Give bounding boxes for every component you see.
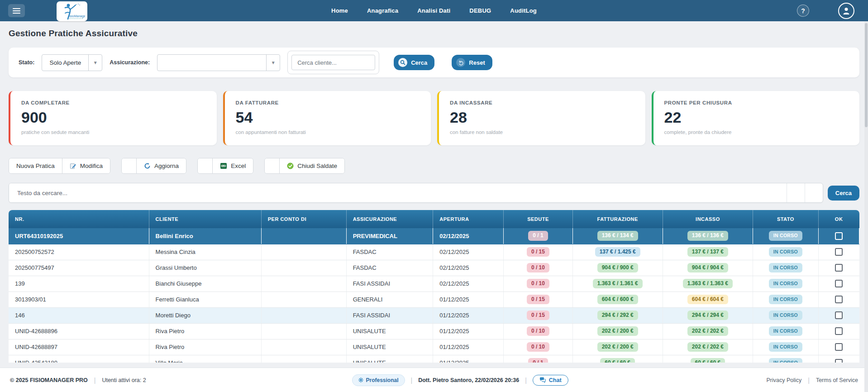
- column-header-nr[interactable]: NR.: [9, 210, 149, 228]
- sedute-badge: 0 / 15: [527, 295, 549, 305]
- row-checkbox[interactable]: [835, 296, 843, 303]
- table-row[interactable]: URT64310192025Bellini EnricoPREVIMEDICAL…: [9, 228, 859, 244]
- sedute-cell: 0 / 10: [504, 276, 572, 292]
- assicurazione-select[interactable]: ▼: [157, 54, 280, 71]
- column-header-incasso[interactable]: INCASSO: [663, 210, 753, 228]
- row-checkbox[interactable]: [835, 248, 843, 256]
- filter-cerca-button[interactable]: Cerca: [394, 55, 434, 70]
- privacy-policy-link[interactable]: Privacy Policy: [766, 377, 801, 383]
- nuova-pratica-button[interactable]: Nuova Pratica: [9, 158, 62, 173]
- column-header-cliente[interactable]: CLIENTE: [149, 210, 261, 228]
- gear-icon: [358, 378, 363, 382]
- stat-label: DA INCASSARE: [450, 100, 634, 105]
- search-box-segment: [787, 183, 805, 202]
- ok-cell: [818, 355, 859, 363]
- per-conto-di-cell: [261, 292, 346, 307]
- sedute-cell: 0 / 10: [504, 339, 572, 355]
- search-icon: [398, 58, 407, 67]
- table-row[interactable]: UNID-42688897Riva PietroUNISALUTE01/12/2…: [9, 339, 859, 355]
- menu-icon[interactable]: [8, 4, 25, 17]
- stato-select-value: Solo Aperte: [42, 55, 88, 71]
- incasso-cell: 137 € / 137 €: [663, 244, 753, 260]
- refresh-icon: [144, 163, 151, 169]
- ok-cell: [818, 244, 859, 260]
- table-row[interactable]: 3013903/01Ferretti GianlucaGENERALI01/12…: [9, 292, 859, 307]
- aggiorna-button[interactable]: Aggiorna: [136, 158, 186, 173]
- user-avatar-icon[interactable]: [838, 3, 854, 19]
- assicurazione-select-value: [157, 55, 266, 71]
- assicurazione-label: Assicurazione:: [110, 59, 150, 66]
- cliente-cell: Villa Maria: [149, 355, 261, 363]
- app-logo[interactable]: isioManager™: [57, 1, 87, 21]
- fisiomanager-logo-icon: isioManager™: [59, 2, 85, 20]
- nav-item-home[interactable]: Home: [331, 7, 348, 14]
- row-checkbox[interactable]: [835, 232, 843, 240]
- modifica-button[interactable]: Modifica: [62, 158, 110, 173]
- assicurazione-cell: UNISALUTE: [346, 339, 433, 355]
- column-header-assicurazione[interactable]: ASSICURAZIONE: [346, 210, 433, 228]
- excel-button-group: XLSX Excel: [197, 158, 253, 174]
- table-row[interactable]: 146Moretti DiegoFASI ASSIDAI01/12/20250 …: [9, 307, 859, 323]
- chat-button[interactable]: Chat: [533, 375, 568, 386]
- sedute-cell: 0 / 10: [504, 323, 572, 339]
- fatturazione-cell: 294 € / 292 €: [572, 307, 663, 323]
- fatturazione-cell: 1.363 € / 1.361 €: [572, 276, 663, 292]
- per-conto-di-cell: [261, 307, 346, 323]
- stato-badge: IN CORSO: [769, 263, 802, 273]
- row-checkbox[interactable]: [835, 327, 843, 335]
- pratiche-table: NR.CLIENTEPER CONTO DIASSICURAZIONEAPERT…: [9, 210, 859, 363]
- column-header-per-conto-di[interactable]: PER CONTO DI: [261, 210, 346, 228]
- svg-text:XLSX: XLSX: [222, 165, 226, 167]
- sedute-cell: 0 / 15: [504, 307, 572, 323]
- nuova-pratica-label: Nuova Pratica: [16, 163, 55, 169]
- table-row[interactable]: 202500752572Messina CinziaFASDAC02/12/20…: [9, 244, 859, 260]
- chiudi-saldate-button[interactable]: Chiudi Saldate: [279, 158, 344, 173]
- sedute-cell: 0 / 15: [504, 244, 572, 260]
- nav-item-anagrafica[interactable]: Anagrafica: [367, 7, 398, 14]
- row-checkbox[interactable]: [835, 359, 843, 363]
- filter-bar: Stato: Solo Aperte ▼ Assicurazione: ▼ Ce…: [9, 48, 859, 77]
- scrollbar-thumb[interactable]: [865, 23, 868, 127]
- row-checkbox[interactable]: [835, 264, 843, 272]
- client-search-input[interactable]: [291, 55, 375, 70]
- stato-select[interactable]: Solo Aperte ▼: [42, 54, 102, 71]
- table-row[interactable]: 139Bianchi GiuseppeFASI ASSIDAI02/12/202…: [9, 276, 859, 292]
- stat-desc: complete, pronte da chiudere: [664, 129, 849, 135]
- incasso-badge: 202 € / 202 €: [687, 342, 728, 352]
- row-checkbox[interactable]: [835, 343, 843, 351]
- excel-button[interactable]: XLSX Excel: [212, 158, 253, 173]
- stato-badge: IN CORSO: [769, 295, 802, 305]
- incasso-cell: 604 € / 604 €: [663, 292, 753, 307]
- incasso-badge: 136 € / 136 €: [687, 231, 728, 241]
- column-header-apertura[interactable]: APERTURA: [433, 210, 504, 228]
- row-checkbox[interactable]: [835, 311, 843, 319]
- table-cerca-button[interactable]: Cerca: [828, 186, 859, 201]
- fatturazione-cell: 136 € / 134 €: [572, 228, 663, 244]
- table-row[interactable]: UNID-42543180Villa MariaUNISALUTE01/12/2…: [9, 355, 859, 363]
- column-header-stato[interactable]: STATO: [753, 210, 819, 228]
- ok-cell: [818, 339, 859, 355]
- apertura-cell: 02/12/2025: [433, 244, 504, 260]
- nav-item-auditlog[interactable]: AuditLog: [510, 7, 537, 14]
- table-search-input[interactable]: [9, 183, 787, 202]
- filter-reset-button[interactable]: Reset: [452, 55, 492, 70]
- page-scrollbar[interactable]: [864, 21, 868, 392]
- assicurazione-cell: UNISALUTE: [346, 323, 433, 339]
- fatturazione-cell: 904 € / 900 €: [572, 260, 663, 276]
- incasso-cell: 904 € / 904 €: [663, 260, 753, 276]
- column-header-sedute[interactable]: SEDUTE: [504, 210, 572, 228]
- nav-item-analisi-dati[interactable]: Analisi Dati: [417, 7, 450, 14]
- fatturazione-badge: 1.363 € / 1.361 €: [593, 279, 643, 289]
- table-row[interactable]: 202500775497Grassi UmbertoFASDAC02/12/20…: [9, 260, 859, 276]
- row-checkbox[interactable]: [835, 280, 843, 287]
- cliente-cell: Moretti Diego: [149, 307, 261, 323]
- stato-cell: IN CORSO: [753, 244, 819, 260]
- column-header-ok[interactable]: OK: [818, 210, 859, 228]
- stat-label: DA COMPLETARE: [21, 100, 206, 105]
- terms-link[interactable]: Terms of Service: [816, 377, 858, 383]
- column-header-fatturazione[interactable]: FATTURAZIONE: [572, 210, 663, 228]
- help-icon[interactable]: ?: [797, 5, 809, 17]
- nav-item-debug[interactable]: DEBUG: [469, 7, 491, 14]
- fatturazione-cell: 60 € / 60 €: [572, 355, 663, 363]
- table-row[interactable]: UNID-42688896Riva PietroUNISALUTE01/12/2…: [9, 323, 859, 339]
